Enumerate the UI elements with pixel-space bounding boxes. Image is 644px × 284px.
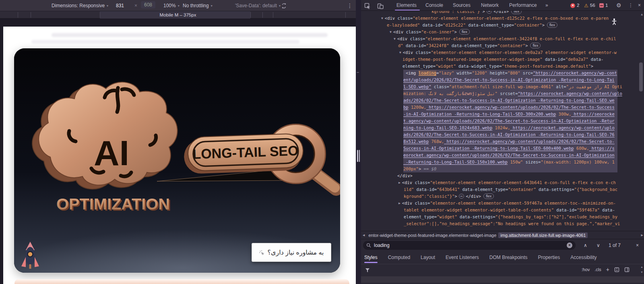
styles-tab-event-listeners[interactable]: Event Listeners: [446, 251, 479, 264]
code-line[interactable]: ads/2026/02/The-Secret-to-Success-in-AI-…: [361, 97, 644, 104]
code-line[interactable]: ild" data-id="643b641" data-element_type…: [361, 186, 644, 193]
tab-console[interactable]: Console: [425, 0, 443, 11]
code-line[interactable]: eorocket.agency/wp-content/uploads/2026/…: [361, 152, 644, 159]
breadcrumb-next-arrow[interactable]: ▶: [641, 234, 643, 237]
code-line[interactable]: _selector":[],"no_headings_message":"No …: [361, 220, 644, 227]
next-section-divider: [14, 279, 349, 284]
code-line[interactable]: -in-AI-Optimization_-Returning-to-Long-T…: [361, 111, 644, 118]
styles-tab-computed[interactable]: Computed: [388, 251, 410, 264]
code-line[interactable]: ▼<div class="e-con-inner">flex: [361, 29, 644, 35]
code-line[interactable]: t.agency/wp-content/uploads/2026/02/The-…: [361, 118, 644, 124]
breadcrumb-item-active[interactable]: img.attachment-full.size-full.wp-image-4…: [498, 232, 588, 238]
breadcrumb-prev-arrow[interactable]: ◀: [361, 234, 366, 237]
consultation-tooltip[interactable]: به مشاوره نیاز داری؟: [252, 243, 331, 262]
add-style-rule-button[interactable]: +: [606, 266, 609, 273]
code-line[interactable]: ▼<div class="elementor-element elementor…: [361, 49, 644, 56]
active-tab-underline: [395, 10, 420, 11]
code-line[interactable]: ning-to-Long-Tail-SEO-1024x683.webp 1024…: [361, 124, 644, 131]
code-line[interactable]: Success-in-AI-Optimization_-Returning-to…: [361, 145, 644, 152]
toggle-sidebar-icon[interactable]: [624, 267, 630, 272]
prev-match-button[interactable]: ∧: [584, 239, 587, 251]
code-line[interactable]: idget-theme-post-featured-image elemento…: [361, 56, 644, 63]
code-line[interactable]: ▶<div class="elementor-element elementor…: [361, 179, 644, 186]
code-line[interactable]: d" data-id="34224f8" data-element_type="…: [361, 42, 644, 49]
node-menu-dots[interactable]: ⋯: [357, 70, 359, 75]
code-line[interactable]: _-Returning-to-Long-Tail-SEO-150x100.web…: [361, 159, 644, 166]
breadcrumb: ◀ entor-widget-theme-post-featured-image…: [361, 231, 644, 239]
code-line[interactable]: ads/2026/02/The-Secret-to-Success-in-AI-…: [361, 131, 644, 138]
code-line[interactable]: 200px"> == $0: [361, 166, 644, 172]
code-line[interactable]: <img loading="lazy" width="1200" height=…: [361, 70, 644, 77]
code-line[interactable]: tablet elementor-widget elementor-widget…: [361, 207, 644, 214]
scrollbar-thumb[interactable]: [639, 62, 643, 91]
rotate-viewport-icon[interactable]: [281, 3, 287, 9]
breadcrumb-item[interactable]: entor-widget-theme-post-featured-image.e…: [366, 232, 498, 238]
dimensions-select[interactable]: Dimensions: Responsive▾: [52, 0, 108, 11]
more-tabs-button[interactable]: »: [545, 0, 548, 11]
styles-tab-styles[interactable]: Styles: [364, 251, 378, 264]
error-badge[interactable]: ✕ 2: [570, 0, 579, 11]
viewport-height-input[interactable]: 608: [141, 2, 155, 10]
code-line[interactable]: ▼<div class="elementor-element elementor…: [361, 35, 644, 42]
optimization-text: OPTIMIZATION OPTIMIZATION: [56, 196, 171, 214]
styles-tab-dom-breakpoints[interactable]: DOM Breakpoints: [489, 251, 528, 264]
code-line[interactable]: ▼<div class="elementor-element elementor…: [361, 15, 644, 22]
zoom-select[interactable]: 100%▾: [163, 0, 180, 11]
tab-elements[interactable]: Elements: [396, 0, 417, 11]
tab-network[interactable]: Network: [481, 0, 499, 11]
viewport-width-input[interactable]: 831: [116, 0, 124, 11]
code-line[interactable]: ent/uploads/2026/02/The-Secret-to-Succes…: [361, 77, 644, 83]
settings-gear-icon[interactable]: ⚙: [616, 0, 621, 11]
code-line[interactable]: 8x512.webp 768w, https://seorocket.agenc…: [361, 138, 644, 145]
device-toolbar-icon[interactable]: [377, 2, 384, 9]
styles-scroll-arrows[interactable]: ▲▼: [640, 264, 643, 275]
clear-search-button[interactable]: ×: [567, 243, 572, 248]
issue-icon: [599, 3, 604, 8]
close-search-button[interactable]: ×: [636, 239, 639, 251]
drag-handle[interactable]: [359, 150, 360, 162]
search-icon: [366, 243, 371, 248]
filter-funnel-icon[interactable]: [365, 267, 370, 274]
styles-tab-properties[interactable]: Properties: [538, 251, 560, 264]
more-options-button[interactable]: ⋮: [347, 0, 353, 11]
class-toggle[interactable]: .cls: [594, 267, 601, 272]
save-data-select[interactable]: 'Save-Data': default▾: [235, 0, 281, 11]
longtail-seo-pill: LONG-TAIL SEO: [184, 133, 304, 174]
drag-handle[interactable]: [357, 150, 358, 162]
search-input[interactable]: loading ×: [363, 241, 576, 250]
code-line[interactable]: kground":"classic"}">⋯</div>flex: [361, 193, 644, 200]
copy-styles-icon[interactable]: [614, 267, 619, 272]
code-line[interactable]: </div>: [361, 172, 644, 179]
find-bar: loading × ∧ ∨ 1 of 7 ×: [361, 239, 644, 251]
issue-badge[interactable]: 1: [599, 0, 608, 11]
code-line[interactable]: bp 1200w, https://seorocket.agency/wp-co…: [361, 104, 644, 111]
svg-text:OPTIMIZATION: OPTIMIZATION: [56, 196, 170, 213]
devtools-menu-icon[interactable]: ⋮: [628, 0, 633, 11]
code-line[interactable]: kground":"classic"}">⋯</div>flex: [361, 11, 644, 15]
tab-performance[interactable]: Performance: [509, 0, 537, 11]
match-count: 1 of 7: [609, 239, 621, 251]
warning-badge[interactable]: ⚠ 56: [584, 0, 595, 11]
pseudo-state-toggle[interactable]: :hov: [582, 267, 590, 272]
throttling-select[interactable]: No throttling▾: [183, 0, 213, 11]
scrollbar-up-arrow[interactable]: ▲: [641, 12, 643, 16]
code-line[interactable]: e-lazyloaded" data-id="d125c22" data-ele…: [361, 22, 644, 29]
inspect-element-icon[interactable]: [364, 2, 371, 9]
device-width-ruler[interactable]: Mobile M – 375px: [0, 11, 356, 19]
styles-pane-empty: [361, 274, 644, 284]
code-line[interactable]: element_type="widget" data-widget_type="…: [361, 63, 644, 70]
tab-sources[interactable]: Sources: [453, 0, 471, 11]
styles-tab-accessibility[interactable]: Accessibility: [570, 251, 597, 264]
browser-devtools-window: Dimensions: Responsive▾ 831 × 608 100%▾ …: [0, 0, 644, 284]
elements-tree: kground":"classic"}">⋯</div>flex▼<div cl…: [361, 11, 644, 231]
code-line[interactable]: ▶<div class="elementor-element elementor…: [361, 200, 644, 207]
next-match-button[interactable]: ∨: [597, 239, 600, 251]
tooltip-text: به مشاوره نیاز داری؟: [267, 249, 324, 256]
close-devtools-button[interactable]: ×: [638, 0, 641, 11]
panel-splitter[interactable]: [356, 0, 361, 284]
responsive-design-pane: Dimensions: Responsive▾ 831 × 608 100%▾ …: [0, 0, 356, 284]
code-line[interactable]: l-SEO.webp" class="attachment-full size-…: [361, 83, 644, 90]
code-line[interactable]: element_type="widget" data-settings="{"h…: [361, 214, 644, 220]
code-line[interactable]: mization: بازگشت به لانگ&zwnj;تیل سئو" s…: [361, 90, 644, 97]
styles-tab-layout[interactable]: Layout: [421, 251, 435, 264]
